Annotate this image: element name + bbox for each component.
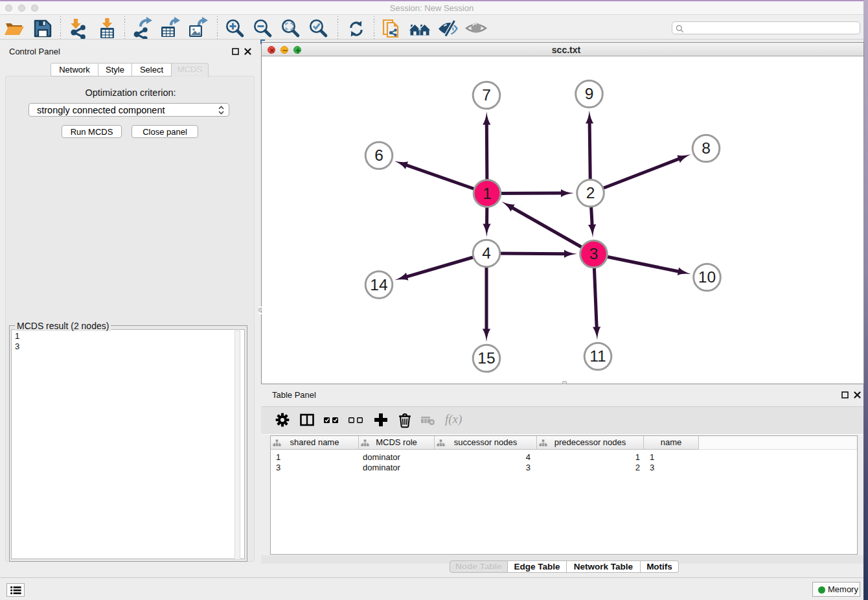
svg-text:4: 4 <box>482 244 491 262</box>
svg-text:11: 11 <box>589 347 606 365</box>
svg-text:14: 14 <box>370 276 387 294</box>
svg-text:8: 8 <box>702 139 711 157</box>
svg-text:3: 3 <box>589 245 599 262</box>
svg-text:10: 10 <box>698 268 716 286</box>
svg-text:2: 2 <box>586 184 595 202</box>
svg-text:7: 7 <box>482 86 491 104</box>
svg-text:9: 9 <box>585 85 594 102</box>
svg-text:6: 6 <box>374 146 383 164</box>
svg-text:1: 1 <box>483 185 492 202</box>
svg-text:15: 15 <box>477 349 495 367</box>
